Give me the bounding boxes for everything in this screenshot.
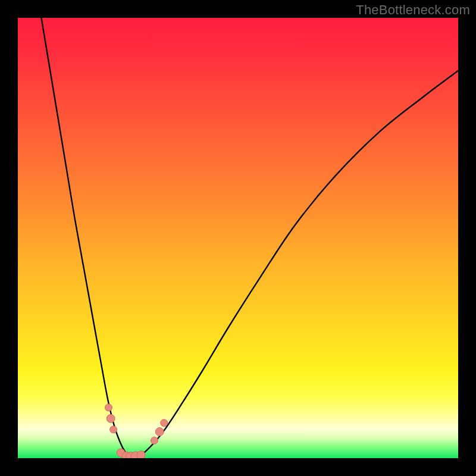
data-marker — [110, 426, 117, 433]
bottleneck-curve — [18, 18, 458, 458]
chart-frame: TheBottleneck.com — [0, 0, 476, 476]
data-marker — [155, 428, 164, 436]
plot-area — [18, 18, 458, 458]
data-marker — [107, 414, 115, 422]
data-marker — [137, 451, 145, 458]
data-marker — [151, 437, 158, 444]
watermark-text: TheBottleneck.com — [356, 2, 470, 18]
data-marker — [161, 419, 168, 427]
data-marker — [105, 404, 112, 411]
